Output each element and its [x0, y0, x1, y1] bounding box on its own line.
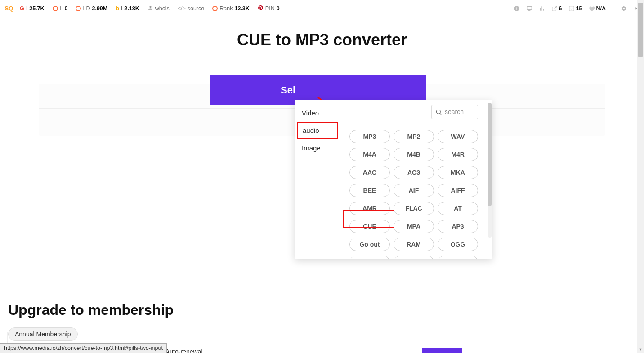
toolbar-check[interactable]: 15 [568, 5, 582, 12]
format-dropdown-panel: Video audio Image search MP3MP2WAVM4AM4B… [295, 100, 492, 136]
ring-icon [212, 6, 218, 11]
category-audio[interactable]: audio [297, 122, 338, 136]
tb-google-label: I [26, 5, 27, 12]
svg-rect-3 [527, 6, 532, 9]
select-file-label: Sel [281, 84, 295, 96]
panel-scroll-thumb[interactable] [488, 103, 492, 136]
code-icon: </> [178, 5, 186, 12]
tb-ld-label: LD [83, 5, 90, 12]
search-icon [435, 109, 442, 115]
tb-links[interactable]: L 0 [53, 5, 68, 12]
format-search[interactable]: search [431, 105, 478, 119]
tb-whois[interactable]: whois [148, 5, 170, 12]
monitor-icon[interactable] [526, 5, 532, 12]
format-list-pane: search MP3MP2WAVM4AM4BM4RAACAC3MKABEEAIF… [341, 100, 492, 136]
ring-icon [53, 6, 58, 11]
tb-ld[interactable]: LD 2.99M [76, 5, 107, 12]
toolbar-na[interactable]: N/A [588, 5, 606, 12]
format-wav[interactable]: WAV [438, 130, 478, 136]
scroll-thumb[interactable] [638, 3, 643, 57]
tb-google[interactable]: G I 25.7K [20, 5, 45, 12]
page-scrollbar[interactable]: ▲ ▼ [637, 0, 644, 136]
tb-whois-label: whois [155, 5, 170, 12]
ring-icon [76, 6, 81, 11]
na-text: N/A [596, 5, 606, 12]
check-count: 15 [576, 5, 582, 12]
logo-icon: SQ [4, 4, 13, 13]
tb-rank[interactable]: Rank 12.3K [212, 5, 250, 12]
gear-icon[interactable] [621, 5, 627, 12]
panel-scrollbar[interactable] [488, 103, 492, 136]
popout-icon [551, 5, 558, 12]
svg-rect-1 [516, 8, 517, 9]
tb-source-label: source [188, 5, 205, 12]
svg-rect-2 [516, 7, 517, 7]
tb-bing[interactable]: b I 2.18K [116, 5, 139, 12]
format-grid: MP3MP2WAVM4AM4BM4RAACAC3MKABEEAIFAIFFAMR… [349, 130, 485, 136]
tb-ld-value: 2.99M [92, 5, 107, 12]
category-list: Video audio Image [295, 100, 341, 136]
tb-google-value: 25.7K [29, 5, 44, 12]
page-title: CUE to MP3 converter [0, 31, 644, 49]
category-video[interactable]: Video [295, 104, 341, 122]
tb-bing-value: 2.18K [124, 5, 139, 12]
seo-toolbar: SQ G I 25.7K L 0 LD 2.99M b I 2.18K whoi… [0, 0, 644, 17]
toolbar-right: 6 15 N/A ✕ [505, 4, 640, 13]
tb-pin-value: 0 [277, 5, 280, 12]
chart-icon[interactable] [539, 5, 545, 12]
pinterest-icon [258, 5, 264, 12]
svg-line-11 [440, 113, 441, 115]
user-icon [148, 5, 153, 12]
tb-rank-value: 12.3K [234, 5, 249, 12]
tb-bing-label: I [121, 5, 122, 12]
tb-links-label: L [60, 5, 63, 12]
tb-pin-label: PIN [265, 5, 275, 12]
tb-links-value: 0 [65, 5, 68, 12]
info-icon[interactable] [514, 5, 520, 12]
popout-count: 6 [559, 5, 562, 12]
tb-rank-label: Rank [219, 5, 233, 12]
bing-icon: b [116, 5, 119, 12]
svg-point-10 [437, 110, 441, 114]
google-icon: G [20, 5, 24, 12]
format-mp2[interactable]: MP2 [394, 130, 434, 136]
heart-icon [588, 5, 595, 12]
toolbar-popout[interactable]: 6 [551, 5, 562, 12]
format-mp3[interactable]: MP3 [349, 130, 390, 136]
tb-source[interactable]: </> source [178, 5, 205, 12]
check-icon [568, 5, 575, 12]
search-placeholder: search [445, 108, 464, 115]
svg-rect-8 [569, 6, 574, 11]
tb-pin[interactable]: PIN 0 [258, 5, 280, 12]
